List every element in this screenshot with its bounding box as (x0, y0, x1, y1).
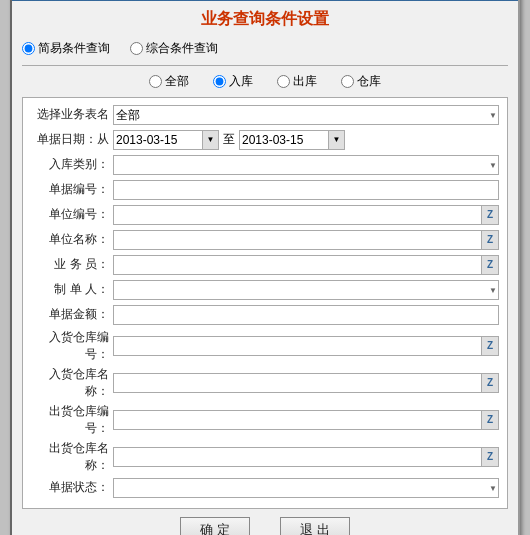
footer: 确 定 退 出 (22, 509, 508, 536)
doc-status-select[interactable] (113, 478, 499, 498)
divider1 (22, 65, 508, 66)
filter-all-label: 全部 (165, 73, 189, 90)
date-to-calendar-btn[interactable]: ▼ (329, 130, 345, 150)
date-label: 单据日期：从 (31, 131, 113, 148)
out-warehouse-num-label: 出货仓库编号： (31, 403, 113, 437)
filter-warehouse-option[interactable]: 仓库 (341, 73, 381, 90)
in-type-wrapper: ▼ (113, 155, 499, 175)
form-area: 选择业务表名 全部 ▼ 单据日期：从 ▼ 至 (22, 97, 508, 509)
doc-number-row: 单据编号： (31, 179, 499, 201)
in-type-label: 入库类别： (31, 156, 113, 173)
out-warehouse-num-lookup-btn[interactable]: Z (481, 410, 499, 430)
doc-status-wrapper: ▼ (113, 478, 499, 498)
unit-name-input[interactable] (113, 230, 481, 250)
out-warehouse-num-input-group: Z (113, 410, 499, 430)
business-type-label: 选择业务表名 (31, 106, 113, 123)
doc-amount-row: 单据金额： (31, 304, 499, 326)
window-body: 业务查询条件设置 简易条件查询 综合条件查询 全部 入库 (12, 1, 518, 536)
business-type-row: 选择业务表名 全部 ▼ (31, 104, 499, 126)
business-type-wrapper: 全部 ▼ (113, 105, 499, 125)
out-warehouse-name-input[interactable] (113, 447, 481, 467)
cancel-button[interactable]: 退 出 (280, 517, 350, 536)
filter-in-option[interactable]: 入库 (213, 73, 253, 90)
main-window: 商 业务查询条件 × 业务查询条件设置 简易条件查询 综合条件查询 全部 (10, 0, 520, 535)
sub-filter-row: 全部 入库 出库 仓库 (22, 70, 508, 93)
creator-select[interactable] (113, 280, 499, 300)
simple-query-option[interactable]: 简易条件查询 (22, 40, 110, 57)
complex-query-label: 综合条件查询 (146, 40, 218, 57)
creator-row: 制 单 人： ▼ (31, 279, 499, 301)
salesperson-input-group: Z (113, 255, 499, 275)
in-type-select[interactable] (113, 155, 499, 175)
out-warehouse-name-input-group: Z (113, 447, 499, 467)
filter-out-option[interactable]: 出库 (277, 73, 317, 90)
doc-amount-input[interactable] (113, 305, 499, 325)
salesperson-lookup-btn[interactable]: Z (481, 255, 499, 275)
doc-number-label: 单据编号： (31, 181, 113, 198)
doc-status-label: 单据状态： (31, 479, 113, 496)
out-warehouse-name-row: 出货仓库名称： Z (31, 440, 499, 474)
query-mode-row: 简易条件查询 综合条件查询 (22, 36, 508, 61)
doc-number-input[interactable] (113, 180, 499, 200)
unit-name-lookup-btn[interactable]: Z (481, 230, 499, 250)
filter-warehouse-label: 仓库 (357, 73, 381, 90)
filter-all-option[interactable]: 全部 (149, 73, 189, 90)
unit-number-lookup-btn[interactable]: Z (481, 205, 499, 225)
in-warehouse-name-input[interactable] (113, 373, 481, 393)
doc-amount-label: 单据金额： (31, 306, 113, 323)
unit-number-input[interactable] (113, 205, 481, 225)
in-type-row: 入库类别： ▼ (31, 154, 499, 176)
unit-name-label: 单位名称： (31, 231, 113, 248)
date-to-wrap: ▼ (239, 130, 345, 150)
date-to-label: 至 (223, 131, 235, 148)
date-to-input[interactable] (239, 130, 329, 150)
doc-status-row: 单据状态： ▼ (31, 477, 499, 499)
in-warehouse-name-label: 入货仓库名称： (31, 366, 113, 400)
creator-wrapper: ▼ (113, 280, 499, 300)
in-warehouse-num-lookup-btn[interactable]: Z (481, 336, 499, 356)
salesperson-input[interactable] (113, 255, 481, 275)
business-type-select[interactable]: 全部 (113, 105, 499, 125)
date-from-input[interactable] (113, 130, 203, 150)
in-warehouse-name-row: 入货仓库名称： Z (31, 366, 499, 400)
unit-number-input-group: Z (113, 205, 499, 225)
simple-query-label: 简易条件查询 (38, 40, 110, 57)
in-warehouse-num-input-group: Z (113, 336, 499, 356)
filter-out-label: 出库 (293, 73, 317, 90)
confirm-button[interactable]: 确 定 (180, 517, 250, 536)
simple-query-radio[interactable] (22, 42, 35, 55)
salesperson-row: 业 务 员： Z (31, 254, 499, 276)
date-row: 单据日期：从 ▼ 至 ▼ (31, 129, 499, 151)
in-warehouse-num-input[interactable] (113, 336, 481, 356)
in-warehouse-num-row: 入货仓库编号： Z (31, 329, 499, 363)
in-warehouse-name-input-group: Z (113, 373, 499, 393)
filter-in-label: 入库 (229, 73, 253, 90)
out-warehouse-num-input[interactable] (113, 410, 481, 430)
complex-query-radio[interactable] (130, 42, 143, 55)
in-warehouse-name-lookup-btn[interactable]: Z (481, 373, 499, 393)
creator-label: 制 单 人： (31, 281, 113, 298)
unit-number-row: 单位编号： Z (31, 204, 499, 226)
page-title: 业务查询条件设置 (22, 9, 508, 30)
unit-name-input-group: Z (113, 230, 499, 250)
salesperson-label: 业 务 员： (31, 256, 113, 273)
out-warehouse-name-label: 出货仓库名称： (31, 440, 113, 474)
date-from-wrap: ▼ (113, 130, 219, 150)
out-warehouse-num-row: 出货仓库编号： Z (31, 403, 499, 437)
in-warehouse-num-label: 入货仓库编号： (31, 329, 113, 363)
unit-name-row: 单位名称： Z (31, 229, 499, 251)
out-warehouse-name-lookup-btn[interactable]: Z (481, 447, 499, 467)
filter-in-radio[interactable] (213, 75, 226, 88)
date-range-area: ▼ 至 ▼ (113, 130, 499, 150)
filter-warehouse-radio[interactable] (341, 75, 354, 88)
filter-out-radio[interactable] (277, 75, 290, 88)
date-from-calendar-btn[interactable]: ▼ (203, 130, 219, 150)
filter-all-radio[interactable] (149, 75, 162, 88)
unit-number-label: 单位编号： (31, 206, 113, 223)
complex-query-option[interactable]: 综合条件查询 (130, 40, 218, 57)
